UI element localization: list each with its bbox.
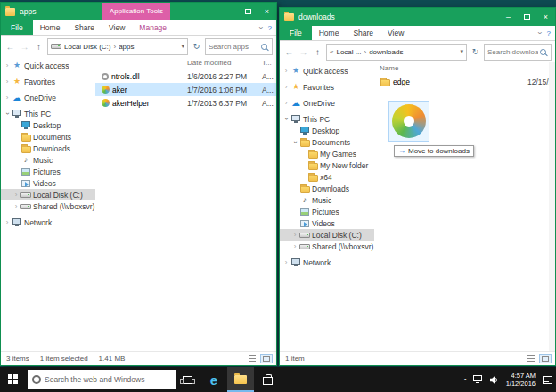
sidebar-item-desktop[interactable]: Desktop — [1, 119, 95, 131]
sidebar-item-local-disk-c[interactable]: ›Local Disk (C:) — [1, 189, 95, 200]
sidebar-item-onedrive[interactable]: ›☁OneDrive — [1, 92, 95, 103]
minimize-button[interactable]: – — [220, 3, 239, 20]
close-button[interactable]: × — [536, 8, 555, 26]
column-header-type[interactable]: T... — [262, 59, 272, 67]
address-dropdown-icon[interactable]: ▾ — [460, 48, 463, 55]
chevron-right-icon[interactable]: › — [282, 99, 290, 107]
chevron-right-icon[interactable]: › — [282, 83, 290, 91]
sidebar-item-videos[interactable]: Videos — [280, 217, 374, 229]
address-bar[interactable]: Local Disk (C:) › apps ▾ — [47, 38, 188, 55]
breadcrumb-segment-folder[interactable]: apps — [119, 43, 134, 51]
titlebar[interactable]: downloads – × — [280, 8, 555, 26]
file-row[interactable]: akerHelper 1/7/2013 6:37 PM A... — [95, 96, 276, 110]
help-icon[interactable]: ? — [547, 29, 551, 37]
sidebar-item-network[interactable]: ›Network — [280, 257, 374, 268]
breadcrumb-segment-drive[interactable]: Local Disk (C:) — [64, 43, 110, 51]
sidebar-item-pictures[interactable]: Pictures — [1, 166, 95, 177]
sidebar-item-onedrive[interactable]: ›☁OneDrive — [280, 97, 374, 109]
details-view-button[interactable] — [246, 354, 258, 363]
file-row[interactable]: edge 12/15/2015 — [374, 75, 555, 88]
sidebar-item-my-new-folder[interactable]: My New folder — [280, 159, 374, 171]
search-box[interactable] — [205, 38, 273, 55]
column-header-name[interactable]: Name — [380, 64, 398, 72]
tab-share[interactable]: Share — [67, 20, 102, 35]
chevron-expanded-icon[interactable]: › — [4, 110, 12, 118]
up-button[interactable]: ↑ — [33, 42, 45, 52]
contextual-tab-application-tools[interactable]: Application Tools — [102, 3, 170, 20]
sidebar-item-quick-access[interactable]: ›★Quick access — [1, 60, 95, 71]
sidebar-item-videos[interactable]: Videos — [1, 177, 95, 189]
address-bar[interactable]: « Local ... › downloads ▾ — [326, 44, 467, 61]
chevron-expanded-icon[interactable]: › — [282, 116, 290, 123]
forward-button[interactable]: → — [19, 42, 30, 52]
chevron-expanded-icon[interactable]: › — [291, 139, 299, 146]
vertical-scrollbar[interactable] — [549, 62, 555, 351]
thumbnail-view-button[interactable] — [260, 354, 273, 363]
sidebar-item-favorites[interactable]: ›★Favorites — [1, 76, 95, 87]
file-explorer-taskbar-button[interactable] — [227, 367, 254, 392]
chevron-right-icon[interactable]: › — [12, 191, 20, 199]
breadcrumb-segment-folder[interactable]: downloads — [369, 48, 403, 56]
sidebar-item-local-disk-c[interactable]: ›Local Disk (C:) — [280, 229, 374, 241]
up-button[interactable]: ↑ — [312, 47, 323, 57]
maximize-button[interactable] — [518, 8, 536, 26]
back-button[interactable]: ← — [283, 47, 295, 57]
edge-taskbar-button[interactable]: e — [200, 367, 227, 392]
tab-home[interactable]: Home — [312, 26, 347, 40]
sidebar-item-documents[interactable]: Documents — [1, 131, 95, 143]
expand-ribbon-icon[interactable]: › — [535, 32, 544, 35]
breadcrumb-segment-drive[interactable]: Local ... — [336, 48, 361, 56]
volume-tray-button[interactable] — [486, 367, 503, 392]
start-button[interactable] — [0, 367, 27, 392]
sidebar-item-downloads[interactable]: Downloads — [280, 183, 374, 194]
store-taskbar-button[interactable] — [254, 367, 281, 392]
search-input[interactable] — [487, 48, 538, 56]
file-row[interactable]: ntrols.dll 1/6/2016 2:27 PM A... — [95, 69, 276, 83]
task-view-button[interactable] — [176, 367, 199, 392]
details-view-button[interactable] — [525, 354, 537, 363]
sidebar-item-shared-drive[interactable]: ›Shared (\\vboxsvr) (E:) — [1, 200, 95, 212]
chevron-right-icon[interactable]: › — [4, 78, 11, 86]
tab-home[interactable]: Home — [33, 20, 68, 35]
drag-ghost[interactable] — [388, 101, 429, 142]
tab-share[interactable]: Share — [346, 26, 380, 40]
titlebar[interactable]: apps Application Tools – × — [1, 3, 276, 20]
network-tray-button[interactable] — [470, 367, 486, 392]
sidebar-item-network[interactable]: ›Network — [1, 216, 95, 228]
back-button[interactable]: ← — [4, 42, 16, 52]
minimize-button[interactable]: – — [499, 8, 518, 26]
sidebar-item-music[interactable]: ♪Music — [1, 154, 95, 166]
refresh-icon[interactable]: ↻ — [470, 47, 481, 56]
sidebar-item-shared-drive[interactable]: ›Shared (\\vboxsvr) (E:) — [280, 241, 374, 252]
tab-view[interactable]: View — [380, 26, 411, 40]
sidebar-item-desktop[interactable]: Desktop — [280, 125, 374, 136]
maximize-button[interactable] — [239, 3, 258, 20]
chevron-right-icon[interactable]: › — [282, 67, 290, 75]
chevron-right-icon[interactable]: › — [291, 231, 298, 239]
help-icon[interactable]: ? — [268, 24, 272, 32]
chevron-right-icon[interactable]: › — [4, 94, 11, 102]
search-input[interactable] — [208, 43, 259, 51]
chevron-right-icon[interactable]: › — [12, 202, 20, 210]
sidebar-item-music[interactable]: ♪Music — [280, 194, 374, 206]
file-row-selected[interactable]: aker 1/7/2016 1:06 PM A... — [95, 83, 276, 96]
tray-overflow-button[interactable]: › — [460, 367, 470, 392]
sidebar-item-quick-access[interactable]: ›★Quick access — [280, 65, 374, 77]
expand-ribbon-icon[interactable]: › — [256, 27, 265, 29]
address-dropdown-icon[interactable]: ▾ — [181, 43, 184, 50]
tab-view[interactable]: View — [102, 20, 132, 35]
breadcrumb-overflow-icon[interactable]: « — [330, 48, 333, 56]
sidebar-item-downloads[interactable]: Downloads — [1, 143, 95, 154]
sidebar-item-this-pc[interactable]: ›This PC — [280, 113, 374, 125]
action-center-button[interactable] — [539, 367, 556, 392]
sidebar-item-pictures[interactable]: Pictures — [280, 206, 374, 217]
thumbnail-view-button[interactable] — [539, 354, 552, 363]
sidebar-item-x64[interactable]: x64 — [280, 171, 374, 183]
tab-file[interactable]: File — [1, 20, 33, 35]
column-header-date-modified[interactable]: Date modified — [187, 59, 231, 67]
taskbar-search-input[interactable] — [45, 375, 171, 384]
taskbar-search-box[interactable] — [28, 370, 176, 389]
chevron-right-icon[interactable]: › — [4, 218, 11, 226]
forward-button[interactable]: → — [298, 47, 309, 57]
tray-clock[interactable]: 4:57 AM 1/12/2016 — [503, 372, 539, 388]
